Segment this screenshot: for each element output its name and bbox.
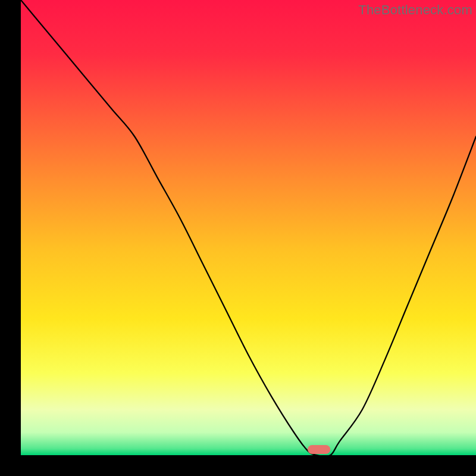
bottleneck-curve (21, 0, 476, 455)
optimal-marker (308, 445, 330, 454)
plot-area (21, 0, 476, 455)
bottleneck-curve-svg (21, 0, 476, 455)
watermark-text: TheBottleneck.com (358, 2, 472, 18)
chart-frame: TheBottleneck.com (0, 0, 476, 476)
